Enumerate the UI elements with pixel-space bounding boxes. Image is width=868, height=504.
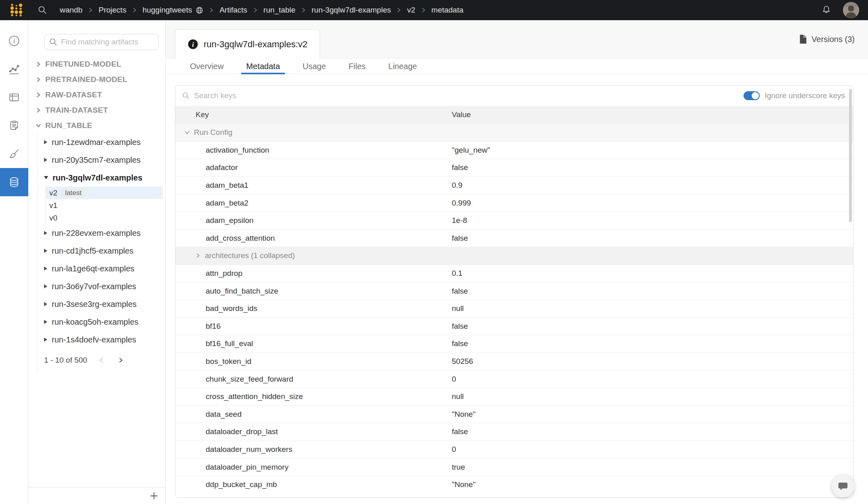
rail-item-reports[interactable] [0,111,28,140]
group-row[interactable]: Run Config [175,124,853,141]
tree-category-run-table[interactable]: RUN_TABLE [28,118,165,133]
row-value: false [452,339,853,348]
chevron-right-icon[interactable] [195,253,201,258]
tree-run-item-run-3sese3rg-examples[interactable]: run-3sese3rg-examples [38,295,165,313]
tree-run-label: run-koacg5oh-examples [52,317,139,327]
table-row: auto_find_batch_sizefalse [175,282,853,300]
row-key: ddp_bucket_cap_mb [175,480,452,489]
tree-category-train-dataset[interactable]: TRAIN-DATASET [28,103,165,118]
breadcrumb-item-projects[interactable]: Projects [99,6,126,15]
rail-item-sweeps[interactable] [0,140,28,168]
sidebar-footer [28,487,165,504]
tree-run-item-run-1s4doefv-examples[interactable]: run-1s4doefv-examples [38,331,165,349]
breadcrumb-item-huggingtweets[interactable]: huggingtweets [143,6,192,15]
vertical-scrollbar[interactable] [849,89,852,222]
wandb-logo-icon[interactable] [9,2,24,18]
tree-category-finetuned-model[interactable]: FINETUNED-MODEL [28,57,165,72]
global-search-icon[interactable] [37,5,48,15]
chat-bubble-icon [837,481,849,492]
row-value: "None" [452,480,853,489]
table-row: cross_attention_hidden_sizenull [175,388,853,405]
chevron-right-icon [36,61,41,67]
tree-run-item-run-20y35cm7-examples[interactable]: run-20y35cm7-examples [38,151,165,169]
tree-run-item-run-cd1jhcf5-examples[interactable]: run-cd1jhcf5-examples [38,242,165,260]
next-page-button[interactable] [116,355,126,365]
row-value: false [452,287,853,296]
rail-item-artifacts[interactable] [0,168,28,196]
tab-metadata[interactable]: Metadata [246,59,280,74]
row-value: false [452,234,853,243]
row-key: activation_function [175,146,452,155]
version-item-v1[interactable]: v1 [46,199,163,212]
tree-category-raw-dataset[interactable]: RAW-DATASET [28,87,165,103]
user-avatar[interactable] [843,2,859,18]
breadcrumb: wandbProjectshuggingtweetsArtifactsrun_t… [60,6,463,15]
breadcrumb-item-metadata[interactable]: metadata [432,6,463,15]
chevron-down-icon[interactable] [184,130,190,135]
rail-item-charts[interactable] [0,55,28,83]
breadcrumb-item-v2[interactable]: v2 [407,6,415,15]
row-key: chunk_size_feed_forward [175,375,452,384]
version-item-v0[interactable]: v0 [46,212,163,224]
rail-item-info[interactable]: i [0,27,28,55]
group-row[interactable]: architectures (1 collapsed) [175,247,853,265]
artifact-tree: FINETUNED-MODELPRETRAINED-MODELRAW-DATAS… [28,57,165,487]
tab-overview[interactable]: Overview [190,59,223,74]
chat-button[interactable] [832,475,854,498]
notification-bell-icon[interactable] [821,5,832,15]
artifact-search-input[interactable] [61,38,154,46]
tree-category-label: FINETUNED-MODEL [45,60,121,69]
row-key: bf16_full_eval [175,339,452,348]
chevron-right-icon [36,77,41,82]
table-row: bad_words_idsnull [175,300,853,317]
row-key: cross_attention_hidden_size [175,392,452,401]
tab-lineage[interactable]: Lineage [388,59,417,74]
rail-item-tables[interactable] [0,83,28,111]
tree-run-label: run-la1ge6qt-examples [52,264,135,273]
breadcrumb-item-artifacts[interactable]: Artifacts [219,6,247,15]
tree-run-item-run-koacg5oh-examples[interactable]: run-koacg5oh-examples [38,313,165,331]
row-key: bos_token_id [175,357,452,366]
triangle-right-icon [44,338,47,342]
row-value: 0.1 [452,269,853,278]
breadcrumb-separator [253,7,258,13]
tree-run-item-run-la1ge6qt-examples[interactable]: run-la1ge6qt-examples [38,260,165,277]
tab-files[interactable]: Files [349,59,366,74]
table-row: adam_epsilon1e-8 [175,212,853,229]
tree-run-item-run-3gqlw7dl-examples[interactable]: run-3gqlw7dl-examples [38,169,165,187]
artifact-tab-title: run-3gqlw7dl-examples:v2 [204,39,308,50]
breadcrumb-item-run-table[interactable]: run_table [263,6,295,15]
pagination: 1 - 10 of 500 [38,349,165,372]
versions-button[interactable]: Versions (3) [799,34,855,44]
prev-page-button[interactable] [96,355,107,365]
group-key-label: Run Config [194,128,232,137]
search-keys-input[interactable] [194,91,744,100]
table-row: ddp_bucket_cap_mb"None" [175,476,853,494]
row-value: "gelu_new" [452,146,853,155]
breadcrumb-item-wandb[interactable]: wandb [60,6,82,15]
row-value: 1e-8 [452,216,853,225]
globe-icon [196,6,203,14]
version-item-v2[interactable]: v2latest [46,187,163,199]
tree-run-item-run-1zewdmar-examples[interactable]: run-1zewdmar-examples [38,133,165,151]
add-button[interactable] [149,491,159,501]
tree-run-label: run-3gqlw7dl-examples [53,173,142,183]
tree-category-pretrained-model[interactable]: PRETRAINED-MODEL [28,72,165,87]
row-value: null [452,392,853,401]
tree-run-item-run-3o6y7vof-examples[interactable]: run-3o6y7vof-examples [38,277,165,295]
breadcrumb-item-run-3gqlw7dl-examples[interactable]: run-3gqlw7dl-examples [312,6,391,15]
tree-run-label: run-3o6y7vof-examples [52,282,136,291]
info-icon[interactable]: i [188,39,198,50]
tree-category-label: TRAIN-DATASET [45,106,108,115]
search-icon [49,38,58,46]
version-label: v2 [49,189,57,197]
tree-run-item-run-228evxem-examples[interactable]: run-228evxem-examples [38,224,165,242]
ignore-underscore-toggle[interactable] [744,91,760,100]
table-header: Key Value [175,106,853,124]
artifact-tab[interactable]: i run-3gqlw7dl-examples:v2 [175,29,320,59]
tab-usage[interactable]: Usage [303,59,326,74]
table-row: adam_beta20.999 [175,194,853,212]
row-key: architectures (1 collapsed) [175,251,452,260]
row-value: false [452,163,853,172]
row-value: null [452,304,853,313]
